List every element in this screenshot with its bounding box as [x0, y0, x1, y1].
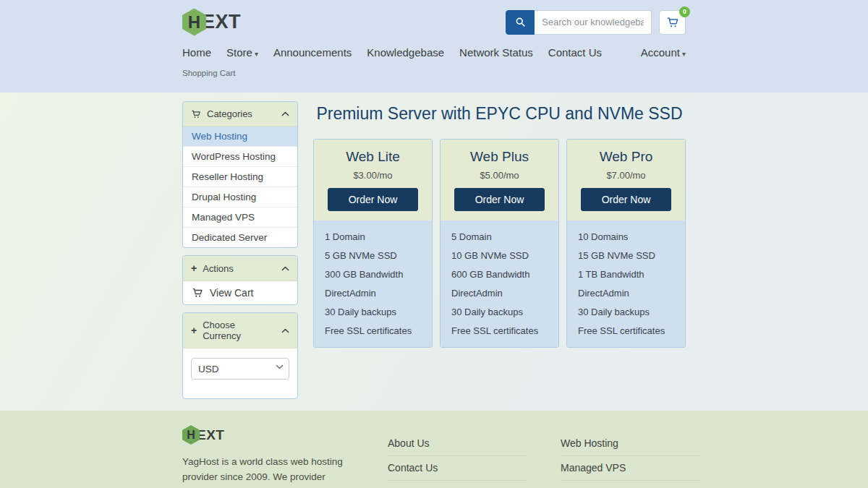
sidebar-item-dedicated-server[interactable]: Dedicated Server: [183, 228, 297, 247]
footer-logo[interactable]: H EXT: [182, 425, 354, 445]
footer-link-terms-of-service[interactable]: Terms of Service: [388, 481, 527, 488]
footer-link-unmanaged-vps[interactable]: Un-managed VPS: [561, 481, 700, 488]
plan-name: Web Plus: [448, 149, 551, 165]
plan-cards: Web Lite $3.00/mo Order Now 1 Domain 5 G…: [313, 139, 686, 348]
top-header: H EXT: [0, 0, 868, 93]
breadcrumb: Shopping Cart: [182, 69, 686, 77]
sidebar-item-web-hosting[interactable]: Web Hosting: [183, 127, 297, 147]
sidebar-item-reseller-hosting[interactable]: Reseller Hosting: [183, 167, 297, 187]
plus-icon: +: [191, 262, 197, 274]
chevron-up-icon: [281, 111, 289, 116]
plan-feature: Free SSL certificates: [567, 321, 685, 340]
sidebar-item-wordpress-hosting[interactable]: WordPress Hosting: [183, 147, 297, 167]
nav-account[interactable]: Account▾: [641, 46, 686, 59]
plan-feature: 600 GB Bandwidth: [441, 265, 558, 283]
plan-name: Web Pro: [574, 149, 678, 165]
plan-feature: 30 Daily backups: [314, 302, 432, 321]
nav-knowledgebase[interactable]: Knowledgebase: [367, 46, 444, 59]
plan-feature: 300 GB Bandwidth: [314, 265, 432, 283]
order-now-button[interactable]: Order Now: [581, 188, 672, 211]
order-now-button[interactable]: Order Now: [328, 188, 419, 211]
categories-panel-header[interactable]: Categories: [183, 102, 297, 127]
nav-network-status[interactable]: Network Status: [459, 46, 533, 59]
plan-feature: DirectAdmin: [441, 283, 558, 302]
plan-price: $5.00/mo: [448, 170, 551, 181]
plan-card-web-plus: Web Plus $5.00/mo Order Now 5 Domain 10 …: [440, 139, 559, 348]
chevron-down-icon: ▾: [255, 50, 258, 58]
cart-button[interactable]: 0: [659, 10, 686, 35]
plan-card-web-pro: Web Pro $7.00/mo Order Now 10 Domains 15…: [566, 139, 686, 348]
plan-price: $3.00/mo: [321, 170, 425, 181]
page-title: Premium Server with EPYC CPU and NVMe SS…: [313, 104, 686, 124]
chevron-up-icon: [281, 328, 289, 333]
plan-feature: 5 GB NVMe SSD: [314, 246, 432, 265]
main-nav: Home Store▾ Announcements Knowledgebase …: [182, 43, 686, 61]
currency-panel: + Choose Currency USD: [182, 312, 298, 399]
footer-link-web-hosting[interactable]: Web Hosting: [561, 432, 700, 456]
nav-store[interactable]: Store▾: [226, 46, 258, 59]
footer-about-text: YagHost is a world class web hosting pro…: [182, 454, 354, 488]
search-group: [506, 10, 652, 35]
order-now-button[interactable]: Order Now: [454, 188, 545, 211]
footer-links-company: About Us Contact Us Terms of Service: [388, 425, 527, 488]
currency-panel-header[interactable]: + Choose Currency: [183, 313, 297, 348]
chevron-up-icon: [281, 266, 289, 271]
footer: H EXT YagHost is a world class web hosti…: [0, 411, 868, 488]
plan-feature: 1 Domain: [314, 227, 432, 246]
sidebar: Categories Web Hosting WordPress Hosting…: [182, 101, 298, 406]
plan-feature: 5 Domain: [441, 227, 558, 246]
cart-icon: [192, 287, 203, 299]
plan-feature: 30 Daily backups: [567, 302, 685, 321]
plan-feature: 15 GB NVMe SSD: [567, 246, 685, 265]
nav-home[interactable]: Home: [182, 46, 211, 59]
plan-feature: DirectAdmin: [314, 283, 432, 302]
nav-announcements[interactable]: Announcements: [273, 46, 352, 59]
categories-panel: Categories Web Hosting WordPress Hosting…: [182, 101, 298, 248]
actions-panel: + Actions View Cart: [182, 255, 298, 305]
main-area: Categories Web Hosting WordPress Hosting…: [0, 93, 868, 411]
sidebar-item-drupal-hosting[interactable]: Drupal Hosting: [183, 187, 297, 207]
site-logo[interactable]: H EXT: [182, 9, 241, 36]
plan-price: $7.00/mo: [574, 170, 678, 181]
plan-feature: 1 TB Bandwidth: [567, 265, 685, 283]
footer-link-managed-vps[interactable]: Managed VPS: [561, 456, 700, 481]
view-cart-link[interactable]: View Cart: [183, 281, 297, 304]
plan-feature: 10 Domains: [567, 227, 685, 246]
cart-icon: [666, 16, 679, 29]
plan-feature: 30 Daily backups: [441, 302, 558, 321]
sidebar-item-managed-vps[interactable]: Managed VPS: [183, 207, 297, 228]
chevron-down-icon: ▾: [682, 50, 686, 58]
plan-feature: Free SSL certificates: [441, 321, 558, 340]
nav-contact-us[interactable]: Contact Us: [548, 46, 602, 59]
currency-select[interactable]: USD: [191, 358, 289, 380]
actions-panel-header[interactable]: + Actions: [183, 256, 297, 281]
footer-links-services: Web Hosting Managed VPS Un-managed VPS: [561, 425, 700, 488]
footer-link-about-us[interactable]: About Us: [388, 432, 527, 456]
search-icon: [515, 17, 526, 27]
plan-feature: Free SSL certificates: [314, 321, 432, 340]
plan-feature: 10 GB NVMe SSD: [441, 246, 558, 265]
cart-count-badge: 0: [679, 7, 690, 17]
cart-icon: [191, 109, 201, 119]
logo-text: EXT: [197, 427, 224, 443]
footer-link-contact-us[interactable]: Contact Us: [388, 456, 527, 481]
search-input[interactable]: [535, 10, 652, 35]
logo-text: EXT: [202, 11, 241, 33]
search-button[interactable]: [506, 10, 535, 35]
plan-feature: DirectAdmin: [567, 283, 685, 302]
plan-card-web-lite: Web Lite $3.00/mo Order Now 1 Domain 5 G…: [313, 139, 433, 348]
plan-name: Web Lite: [321, 149, 425, 165]
content: Premium Server with EPYC CPU and NVMe SS…: [313, 101, 686, 406]
plus-icon: +: [191, 325, 197, 336]
